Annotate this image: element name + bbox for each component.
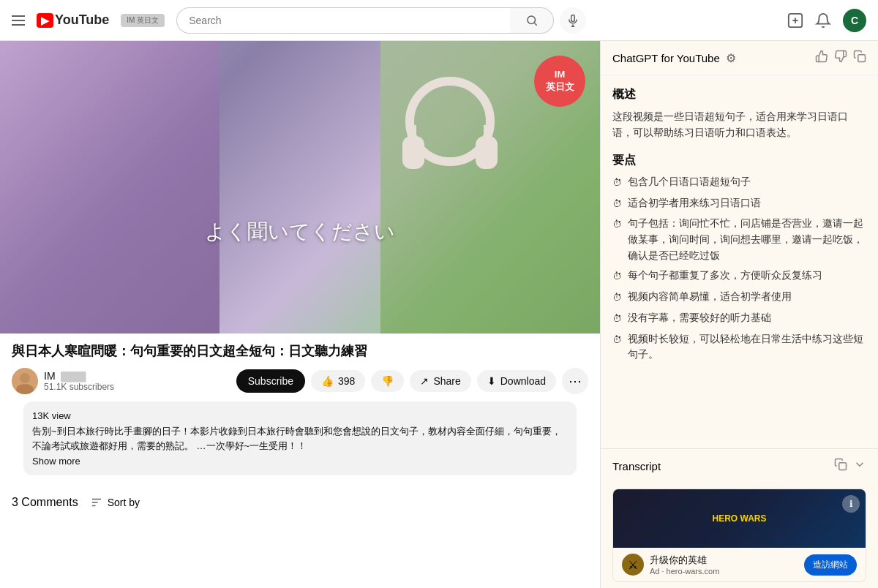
search-bar <box>176 7 586 34</box>
keypoint-item: 视频内容简单易懂，适合初学者使用 <box>612 289 866 306</box>
share-label: Share <box>433 375 460 387</box>
description-box: 13K view 告別~到日本旅行時比手畫腳的日子！本影片收錄到日本旅行時會聽到… <box>23 402 577 475</box>
main-layout: IM 英日文 よく聞いてください 與日本人寒暄問暖：句句重要的日文超全短句：日文… <box>0 41 878 588</box>
copy-icon <box>853 50 866 63</box>
thumbdown-panel-button[interactable] <box>834 50 847 66</box>
avatar[interactable]: C <box>843 9 866 32</box>
youtube-icon: ▶ <box>37 13 53 28</box>
show-more-button[interactable]: Show more <box>32 456 568 467</box>
svg-point-14 <box>20 373 30 383</box>
transcript-bar: Transcript <box>601 448 878 483</box>
ad-thumbnail: HERO WARS ℹ <box>613 489 866 548</box>
video-area: IM 英日文 よく聞いてください 與日本人寒暄問暖：句句重要的日文超全短句：日文… <box>0 41 600 588</box>
sort-icon <box>90 496 103 509</box>
comments-section: 3 Comments Sort by <box>0 487 600 527</box>
create-button[interactable] <box>787 12 803 29</box>
svg-rect-2 <box>571 15 575 21</box>
youtube-text: YouTube <box>55 12 109 28</box>
sort-label: Sort by <box>108 497 140 508</box>
description-text: 告別~到日本旅行時比手畫腳的日子！本影片收錄到日本旅行時會聽到和您會想說的日文句… <box>32 424 568 453</box>
more-options-button[interactable]: ⋯ <box>562 368 588 394</box>
youtube-logo[interactable]: ▶ YouTube <box>37 12 109 28</box>
thumbup-panel-button[interactable] <box>815 50 828 66</box>
svg-line-1 <box>534 23 536 25</box>
header-right: C <box>787 9 866 32</box>
bell-icon <box>815 12 831 29</box>
subscribe-button[interactable]: Subscribe <box>236 369 305 393</box>
download-button[interactable]: ⬇ Download <box>477 370 556 392</box>
info-icon[interactable]: ℹ <box>842 495 860 513</box>
channel-name-blur: ████ <box>61 372 86 382</box>
summary-title: 概述 <box>612 87 866 102</box>
share-icon: ↗ <box>420 375 429 387</box>
ad-info: ⚔ 升级你的英雄 Ad · hero-wars.com 造訪網站 <box>613 548 866 581</box>
gear-icon: ⚙ <box>726 52 736 64</box>
hamburger-icon <box>12 15 25 26</box>
panel-header-actions <box>815 50 866 66</box>
dislike-button[interactable]: 👎 <box>371 370 404 392</box>
panel-content: 概述 这段视频是一些日语超短句子，适合用来学习日语口语，可以帮助练习日语听力和口… <box>601 75 878 448</box>
thumbup-panel-icon <box>815 50 828 63</box>
transcript-copy-button[interactable] <box>834 458 847 474</box>
keypoint-item: 适合初学者用来练习日语口语 <box>612 195 866 212</box>
transcript-copy-icon <box>834 458 847 471</box>
summary-text: 这段视频是一些日语超短句子，适合用来学习日语口语，可以帮助练习日语听力和口语表达… <box>612 108 866 141</box>
view-count: 13K view <box>32 410 568 421</box>
header: ▶ YouTube IM 英日文 <box>0 0 878 41</box>
svg-rect-9 <box>402 136 424 169</box>
keypoints-title: 要点 <box>612 153 866 168</box>
search-input[interactable] <box>176 7 510 34</box>
mic-icon <box>566 14 579 27</box>
keypoint-item: 句子包括：询问忙不忙，问店铺是否营业，邀请一起做某事，询问时间，询问想去哪里，邀… <box>612 216 866 263</box>
video-info: 與日本人寒暄問暖：句句重要的日文超全短句：日文聽力練習 IM ████ 51.1… <box>0 333 600 487</box>
hamburger-menu[interactable] <box>12 15 25 26</box>
search-icon <box>525 14 539 27</box>
panel-header: ChatGPT for YouTube ⚙ <box>601 41 878 75</box>
svg-rect-20 <box>839 463 847 470</box>
more-icon: ⋯ <box>569 373 582 389</box>
notifications-button[interactable] <box>815 12 831 29</box>
ad-details: 升级你的英雄 Ad · hero-wars.com <box>650 554 798 576</box>
thumbnail-badge: IM 英日文 <box>534 56 585 107</box>
video-thumbnail: IM 英日文 よく聞いてください <box>0 41 600 333</box>
panel-title: ChatGPT for YouTube ⚙ <box>612 51 736 65</box>
video-meta: IM ████ 51.1K subscribers Subscribe 👍 39… <box>12 368 588 394</box>
channel-avatar[interactable] <box>12 368 38 394</box>
ad-cta-button[interactable]: 造訪網站 <box>804 554 857 576</box>
mic-button[interactable] <box>560 7 586 34</box>
search-button[interactable] <box>510 7 554 34</box>
settings-button[interactable]: ⚙ <box>726 51 736 65</box>
ad-meta: Ad · hero-wars.com <box>650 567 798 576</box>
download-label: Download <box>500 375 546 387</box>
keypoint-item: 每个句子都重复了多次，方便听众反复练习 <box>612 268 866 284</box>
transcript-actions <box>834 458 866 474</box>
ad-title: 升级你的英雄 <box>650 554 798 567</box>
keypoints-list: 包含几个日语口语超短句子 适合初学者用来练习日语口语 句子包括：询问忙不忙，问店… <box>612 174 866 363</box>
thumbnail-overlay-text: よく聞いてください <box>205 218 395 246</box>
action-buttons: 👍 398 👎 ↗ Share ⬇ Download <box>311 368 588 394</box>
ad-channel-icon: ⚔ <box>622 554 644 576</box>
channel-subs: 51.1K subscribers <box>44 382 230 392</box>
transcript-expand-button[interactable] <box>853 458 866 474</box>
like-button[interactable]: 👍 398 <box>311 370 365 392</box>
svg-rect-19 <box>858 55 866 62</box>
svg-rect-10 <box>476 136 498 169</box>
keypoint-item: 视频时长较短，可以轻松地在日常生活中练习这些短句子。 <box>612 331 866 363</box>
download-icon: ⬇ <box>487 375 496 387</box>
channel-name: IM ████ <box>44 370 230 382</box>
copy-panel-button[interactable] <box>853 50 866 66</box>
panel-title-text: ChatGPT for YouTube <box>612 52 720 64</box>
keypoint-item: 没有字幕，需要较好的听力基础 <box>612 310 866 327</box>
thumbdown-icon: 👎 <box>381 375 394 387</box>
comments-header: 3 Comments Sort by <box>12 496 588 509</box>
headphone-decoration <box>395 70 505 205</box>
svg-point-0 <box>528 16 536 24</box>
channel-info: IM ████ 51.1K subscribers <box>44 370 230 392</box>
create-icon <box>787 12 803 29</box>
ad-thumbnail-text: HERO WARS <box>712 513 766 524</box>
comments-count: 3 Comments <box>12 496 78 509</box>
like-count: 398 <box>338 375 355 387</box>
share-button[interactable]: ↗ Share <box>410 370 470 392</box>
header-left: ▶ YouTube IM 英日文 <box>12 12 165 28</box>
sort-button[interactable]: Sort by <box>90 496 140 509</box>
